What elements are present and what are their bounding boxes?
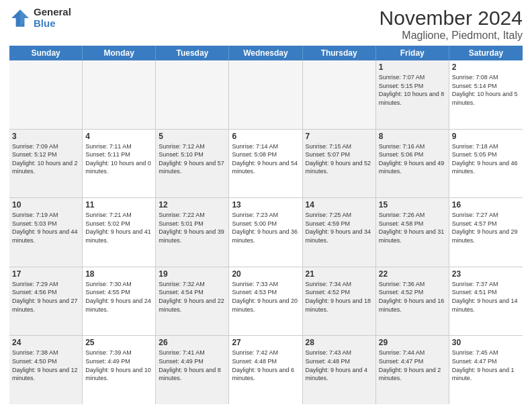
- calendar-cell: 19Sunrise: 7:32 AM Sunset: 4:54 PM Dayli…: [156, 267, 229, 336]
- calendar: SundayMondayTuesdayWednesdayThursdayFrid…: [9, 46, 523, 404]
- calendar-cell: 12Sunrise: 7:22 AM Sunset: 5:01 PM Dayli…: [156, 198, 229, 267]
- calendar-cell: 6Sunrise: 7:14 AM Sunset: 5:08 PM Daylig…: [229, 130, 302, 198]
- day-number: 22: [379, 269, 446, 279]
- day-info: Sunrise: 7:14 AM Sunset: 5:08 PM Dayligh…: [232, 142, 299, 176]
- calendar-week-3: 10Sunrise: 7:19 AM Sunset: 5:03 PM Dayli…: [9, 198, 523, 267]
- day-number: 9: [452, 132, 520, 141]
- calendar-cell: 26Sunrise: 7:41 AM Sunset: 4:49 PM Dayli…: [156, 336, 229, 404]
- svg-marker-1: [20, 9, 29, 27]
- day-info: Sunrise: 7:29 AM Sunset: 4:56 PM Dayligh…: [12, 280, 79, 314]
- day-info: Sunrise: 7:23 AM Sunset: 5:00 PM Dayligh…: [232, 211, 299, 244]
- day-number: 25: [85, 338, 152, 347]
- calendar-cell: 20Sunrise: 7:33 AM Sunset: 4:53 PM Dayli…: [229, 267, 302, 336]
- day-number: 7: [306, 132, 373, 141]
- calendar-cell: [83, 60, 156, 129]
- day-info: Sunrise: 7:38 AM Sunset: 4:50 PM Dayligh…: [12, 349, 79, 382]
- calendar-cell: 14Sunrise: 7:25 AM Sunset: 4:59 PM Dayli…: [303, 198, 376, 267]
- calendar-cell: [229, 60, 302, 129]
- calendar-cell: 24Sunrise: 7:38 AM Sunset: 4:50 PM Dayli…: [9, 336, 83, 404]
- day-info: Sunrise: 7:32 AM Sunset: 4:54 PM Dayligh…: [159, 280, 226, 314]
- calendar-cell: 29Sunrise: 7:44 AM Sunset: 4:47 PM Dayli…: [376, 336, 449, 404]
- day-number: 23: [452, 269, 520, 279]
- calendar-body: 1Sunrise: 7:07 AM Sunset: 5:15 PM Daylig…: [9, 60, 523, 404]
- day-number: 19: [159, 269, 226, 279]
- day-number: 2: [452, 62, 520, 72]
- day-info: Sunrise: 7:08 AM Sunset: 5:14 PM Dayligh…: [452, 73, 520, 107]
- day-number: 4: [85, 132, 152, 141]
- day-info: Sunrise: 7:16 AM Sunset: 5:06 PM Dayligh…: [379, 142, 446, 176]
- day-info: Sunrise: 7:37 AM Sunset: 4:51 PM Dayligh…: [452, 280, 520, 314]
- calendar-cell: 9Sunrise: 7:18 AM Sunset: 5:05 PM Daylig…: [449, 130, 523, 198]
- calendar-header: SundayMondayTuesdayWednesdayThursdayFrid…: [9, 46, 523, 60]
- header-day-friday: Friday: [376, 46, 449, 60]
- day-info: Sunrise: 7:22 AM Sunset: 5:01 PM Dayligh…: [159, 211, 226, 244]
- day-number: 10: [12, 200, 79, 210]
- calendar-cell: 27Sunrise: 7:42 AM Sunset: 4:48 PM Dayli…: [229, 336, 302, 404]
- logo-icon: [9, 7, 31, 29]
- day-number: 1: [379, 62, 446, 72]
- header: General Blue November 2024 Maglione, Pie…: [9, 7, 523, 42]
- day-info: Sunrise: 7:36 AM Sunset: 4:52 PM Dayligh…: [379, 280, 446, 314]
- calendar-cell: 5Sunrise: 7:12 AM Sunset: 5:10 PM Daylig…: [156, 130, 229, 198]
- logo: General Blue: [9, 7, 71, 29]
- day-info: Sunrise: 7:33 AM Sunset: 4:53 PM Dayligh…: [232, 280, 299, 314]
- calendar-cell: 30Sunrise: 7:45 AM Sunset: 4:47 PM Dayli…: [449, 336, 523, 404]
- day-number: 15: [379, 200, 446, 210]
- header-day-sunday: Sunday: [9, 46, 83, 60]
- calendar-cell: 28Sunrise: 7:43 AM Sunset: 4:48 PM Dayli…: [303, 336, 376, 404]
- day-info: Sunrise: 7:42 AM Sunset: 4:48 PM Dayligh…: [232, 349, 299, 382]
- calendar-cell: [9, 60, 83, 129]
- calendar-cell: 23Sunrise: 7:37 AM Sunset: 4:51 PM Dayli…: [449, 267, 523, 336]
- calendar-cell: 17Sunrise: 7:29 AM Sunset: 4:56 PM Dayli…: [9, 267, 83, 336]
- day-info: Sunrise: 7:09 AM Sunset: 5:12 PM Dayligh…: [12, 142, 79, 176]
- location-title: Maglione, Piedmont, Italy: [380, 30, 523, 42]
- title-block: November 2024 Maglione, Piedmont, Italy: [380, 7, 523, 42]
- header-day-saturday: Saturday: [449, 46, 523, 60]
- header-day-monday: Monday: [83, 46, 156, 60]
- header-day-thursday: Thursday: [303, 46, 376, 60]
- day-info: Sunrise: 7:39 AM Sunset: 4:49 PM Dayligh…: [85, 349, 152, 382]
- day-info: Sunrise: 7:44 AM Sunset: 4:47 PM Dayligh…: [379, 349, 446, 382]
- calendar-cell: 15Sunrise: 7:26 AM Sunset: 4:58 PM Dayli…: [376, 198, 449, 267]
- calendar-cell: 8Sunrise: 7:16 AM Sunset: 5:06 PM Daylig…: [376, 130, 449, 198]
- day-number: 21: [306, 269, 373, 279]
- day-info: Sunrise: 7:43 AM Sunset: 4:48 PM Dayligh…: [306, 349, 373, 382]
- day-info: Sunrise: 7:34 AM Sunset: 4:52 PM Dayligh…: [306, 280, 373, 314]
- day-number: 28: [306, 338, 373, 347]
- calendar-week-2: 3Sunrise: 7:09 AM Sunset: 5:12 PM Daylig…: [9, 130, 523, 199]
- day-info: Sunrise: 7:15 AM Sunset: 5:07 PM Dayligh…: [306, 142, 373, 176]
- calendar-cell: 11Sunrise: 7:21 AM Sunset: 5:02 PM Dayli…: [83, 198, 156, 267]
- logo-blue-text: Blue: [34, 18, 71, 30]
- day-number: 12: [159, 200, 226, 210]
- day-number: 27: [232, 338, 299, 347]
- day-info: Sunrise: 7:27 AM Sunset: 4:57 PM Dayligh…: [452, 211, 520, 244]
- calendar-week-5: 24Sunrise: 7:38 AM Sunset: 4:50 PM Dayli…: [9, 336, 523, 404]
- calendar-cell: 2Sunrise: 7:08 AM Sunset: 5:14 PM Daylig…: [449, 60, 523, 129]
- day-info: Sunrise: 7:41 AM Sunset: 4:49 PM Dayligh…: [159, 349, 226, 382]
- calendar-week-1: 1Sunrise: 7:07 AM Sunset: 5:15 PM Daylig…: [9, 60, 523, 130]
- calendar-cell: 25Sunrise: 7:39 AM Sunset: 4:49 PM Dayli…: [83, 336, 156, 404]
- day-info: Sunrise: 7:07 AM Sunset: 5:15 PM Dayligh…: [379, 73, 446, 107]
- day-number: 17: [12, 269, 79, 279]
- day-number: 6: [232, 132, 299, 141]
- day-info: Sunrise: 7:11 AM Sunset: 5:11 PM Dayligh…: [85, 142, 152, 176]
- calendar-week-4: 17Sunrise: 7:29 AM Sunset: 4:56 PM Dayli…: [9, 267, 523, 336]
- day-number: 16: [452, 200, 520, 210]
- day-info: Sunrise: 7:30 AM Sunset: 4:55 PM Dayligh…: [85, 280, 152, 314]
- calendar-cell: 10Sunrise: 7:19 AM Sunset: 5:03 PM Dayli…: [9, 198, 83, 267]
- page-container: General Blue November 2024 Maglione, Pie…: [0, 0, 532, 411]
- calendar-cell: 7Sunrise: 7:15 AM Sunset: 5:07 PM Daylig…: [303, 130, 376, 198]
- day-info: Sunrise: 7:19 AM Sunset: 5:03 PM Dayligh…: [12, 211, 79, 244]
- day-number: 5: [159, 132, 226, 141]
- day-info: Sunrise: 7:21 AM Sunset: 5:02 PM Dayligh…: [85, 211, 152, 244]
- calendar-cell: [303, 60, 376, 129]
- day-number: 30: [452, 338, 520, 347]
- calendar-cell: 18Sunrise: 7:30 AM Sunset: 4:55 PM Dayli…: [83, 267, 156, 336]
- calendar-cell: 21Sunrise: 7:34 AM Sunset: 4:52 PM Dayli…: [303, 267, 376, 336]
- day-number: 8: [379, 132, 446, 141]
- day-info: Sunrise: 7:18 AM Sunset: 5:05 PM Dayligh…: [452, 142, 520, 176]
- day-number: 14: [306, 200, 373, 210]
- day-info: Sunrise: 7:25 AM Sunset: 4:59 PM Dayligh…: [306, 211, 373, 244]
- header-day-tuesday: Tuesday: [156, 46, 229, 60]
- calendar-cell: 1Sunrise: 7:07 AM Sunset: 5:15 PM Daylig…: [376, 60, 449, 129]
